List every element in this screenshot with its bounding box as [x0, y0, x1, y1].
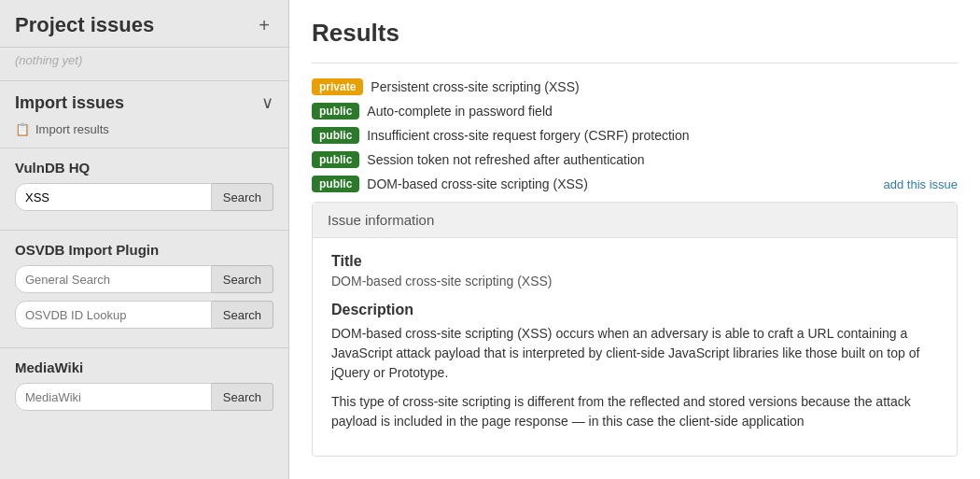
- results-title: Results: [312, 19, 958, 48]
- import-results-link[interactable]: 📋 Import results: [15, 122, 273, 136]
- result-badge: public: [312, 151, 359, 168]
- main-content: Results privatePersistent cross-site scr…: [289, 0, 980, 479]
- osvdb-title: OSVDB Import Plugin: [15, 242, 273, 258]
- chevron-down-icon: ∨: [261, 92, 273, 113]
- result-text: Auto-complete in password field: [367, 104, 552, 119]
- result-item: publicDOM-based cross-site scripting (XS…: [312, 176, 958, 192]
- nothing-yet-label: (nothing yet): [0, 48, 288, 80]
- result-badge: public: [312, 127, 359, 144]
- vulndb-search-input[interactable]: [15, 183, 212, 211]
- add-issue-button[interactable]: +: [255, 15, 273, 36]
- issue-info-panel: Issue information Title DOM-based cross-…: [312, 202, 958, 457]
- document-icon: 📋: [15, 122, 30, 136]
- osvdb-id-search-button[interactable]: Search: [212, 301, 273, 329]
- vulndb-section: VulnDB HQ Search: [0, 148, 288, 230]
- mediawiki-search-row: Search: [15, 383, 273, 411]
- issue-desc-label: Description: [331, 302, 938, 318]
- issue-title-value: DOM-based cross-site scripting (XSS): [331, 274, 938, 289]
- import-results-label: Import results: [35, 122, 109, 136]
- vulndb-search-row: Search: [15, 183, 273, 211]
- result-text: Insufficient cross-site request forgery …: [367, 128, 689, 143]
- results-list: privatePersistent cross-site scripting (…: [312, 78, 958, 192]
- result-text: Session token not refreshed after authen…: [367, 152, 644, 167]
- issue-desc-text-2: This type of cross-site scripting is dif…: [331, 392, 938, 431]
- result-text: Persistent cross-site scripting (XSS): [371, 79, 579, 94]
- issue-desc-text-1: DOM-based cross-site scripting (XSS) occ…: [331, 324, 938, 383]
- osvdb-general-search-input[interactable]: [15, 265, 212, 293]
- result-item: publicInsufficient cross-site request fo…: [312, 127, 958, 144]
- mediawiki-section: MediaWiki Search: [0, 347, 288, 430]
- project-issues-header: Project issues +: [0, 0, 288, 48]
- osvdb-id-search-row: Search: [15, 301, 273, 329]
- osvdb-id-search-input[interactable]: [15, 301, 212, 329]
- sidebar: Project issues + (nothing yet) Import is…: [0, 0, 289, 479]
- issue-title-label: Title: [331, 253, 938, 270]
- sidebar-title: Project issues: [15, 13, 154, 37]
- result-item: publicSession token not refreshed after …: [312, 151, 958, 168]
- result-item: publicAuto-complete in password field: [312, 103, 958, 120]
- add-this-issue-link[interactable]: add this issue: [884, 177, 959, 191]
- import-issues-title: Import issues: [15, 93, 124, 113]
- issue-info-header: Issue information: [313, 203, 957, 238]
- result-badge: public: [312, 176, 359, 192]
- result-badge: private: [312, 78, 363, 95]
- import-issues-header[interactable]: Import issues ∨: [15, 92, 273, 113]
- result-text: DOM-based cross-site scripting (XSS): [367, 176, 588, 191]
- mediawiki-title: MediaWiki: [15, 359, 273, 375]
- results-divider: [312, 63, 958, 63]
- vulndb-title: VulnDB HQ: [15, 160, 273, 176]
- mediawiki-search-input[interactable]: [15, 383, 212, 411]
- osvdb-general-search-button[interactable]: Search: [212, 265, 273, 293]
- issue-info-body: Title DOM-based cross-site scripting (XS…: [313, 238, 957, 456]
- osvdb-general-search-row: Search: [15, 265, 273, 293]
- result-badge: public: [312, 103, 359, 120]
- result-item: privatePersistent cross-site scripting (…: [312, 78, 958, 95]
- vulndb-search-button[interactable]: Search: [212, 183, 273, 211]
- mediawiki-search-button[interactable]: Search: [212, 383, 273, 411]
- import-issues-section: Import issues ∨ 📋 Import results: [0, 80, 288, 148]
- osvdb-section: OSVDB Import Plugin Search Search: [0, 230, 288, 347]
